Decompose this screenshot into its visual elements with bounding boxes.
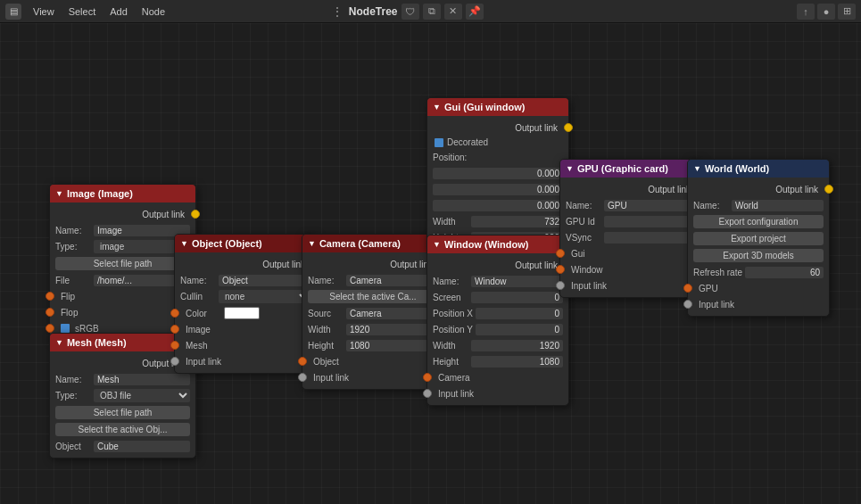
- camera-active-btn-row: Select the active Ca...: [302, 288, 443, 305]
- world-gpu-socket[interactable]: [683, 284, 692, 293]
- window-input-socket[interactable]: [423, 389, 432, 398]
- gpu-gui-row: Gui: [560, 245, 701, 261]
- window-camera-socket[interactable]: [423, 373, 432, 382]
- copy-icon[interactable]: ⧉: [423, 4, 441, 20]
- gui-posy-row: 0.000: [427, 181, 568, 197]
- render-icon[interactable]: ●: [817, 4, 835, 20]
- window-posx-row: Position X 0: [427, 305, 568, 321]
- node-world-header[interactable]: ▼ World (World): [688, 160, 829, 178]
- menu-add[interactable]: Add: [103, 4, 134, 19]
- image-output-row: Output link: [50, 206, 195, 222]
- camera-output-row: Output link: [302, 256, 443, 272]
- object-cullin-select[interactable]: none: [219, 290, 310, 303]
- node-window-body: Output link Name: Window Screen 0 Positi…: [427, 253, 568, 405]
- mesh-type-select[interactable]: OBJ file: [94, 389, 190, 402]
- object-color-row: Color: [175, 305, 316, 321]
- gui-output-socket[interactable]: [564, 123, 573, 132]
- close-icon[interactable]: ✕: [444, 4, 462, 20]
- world-input-socket[interactable]: [683, 300, 692, 309]
- node-tree-icon: ⋮: [329, 4, 345, 20]
- node-world-title: World (World): [705, 163, 769, 174]
- object-input-socket[interactable]: [170, 357, 179, 366]
- world-refresh-row: Refresh rate 60: [688, 264, 829, 280]
- world-gpu-row: GPU: [688, 280, 829, 296]
- mesh-obj-row: Object Cube: [50, 438, 195, 454]
- node-gpu-header[interactable]: ▼ GPU (Graphic card): [560, 160, 701, 178]
- menu-node[interactable]: Node: [136, 4, 171, 19]
- menu-view[interactable]: View: [27, 4, 61, 19]
- node-camera-header[interactable]: ▼ Camera (Camera): [302, 235, 443, 252]
- topbar-right: ↑ ● ⊞: [797, 4, 856, 20]
- node-mesh-title: Mesh (Mesh): [67, 337, 127, 348]
- image-srgb-socket[interactable]: [46, 324, 54, 333]
- camera-width-row: Width 1920: [302, 321, 443, 337]
- image-flip-socket[interactable]: [46, 292, 54, 301]
- gui-posz-row: 0.000: [427, 197, 568, 213]
- object-image-row: Image: [175, 321, 316, 337]
- back-icon[interactable]: ↑: [797, 4, 815, 20]
- window-width-row: Width 1920: [427, 337, 568, 353]
- mesh-file-btn-row: Select file path: [50, 404, 195, 421]
- world-input-row: Input link: [688, 296, 829, 312]
- gpu-input-row: Input link: [560, 277, 701, 293]
- node-object: ▼ Object (Object) Output link Name: Obje…: [174, 234, 317, 374]
- camera-object-socket[interactable]: [298, 357, 307, 366]
- gpu-output-row: Output link: [560, 181, 701, 197]
- object-image-socket[interactable]: [170, 325, 179, 334]
- mesh-select-file-btn[interactable]: Select file path: [55, 406, 190, 419]
- camera-input-socket[interactable]: [298, 373, 307, 382]
- object-color-socket[interactable]: [170, 309, 179, 318]
- world-export-3d-btn[interactable]: Export 3D models: [693, 249, 824, 262]
- node-canvas[interactable]: ▼ Image (Image) Output link Name: Image …: [0, 23, 861, 504]
- node-gpu-body: Output link Name: GPU GPU Id 0 VSync 1 G…: [560, 178, 701, 297]
- window-height-row: Height 1080: [427, 353, 568, 369]
- editor-type-icon[interactable]: ▤: [5, 4, 21, 20]
- menu-select[interactable]: Select: [62, 4, 103, 19]
- world-export-project-row: Export project: [688, 230, 829, 247]
- object-mesh-socket[interactable]: [170, 341, 179, 350]
- image-select-file-btn[interactable]: Select file path: [55, 257, 190, 270]
- node-image-title: Image (Image): [67, 188, 133, 199]
- window-posy-row: Position Y 0: [427, 321, 568, 337]
- node-camera-body: Output link Name: Camera Select the acti…: [302, 252, 443, 389]
- gui-decorated-checkbox[interactable]: [435, 138, 443, 147]
- gpu-window-socket[interactable]: [556, 265, 565, 274]
- editor-title: NodeTree: [349, 5, 398, 18]
- world-output-socket[interactable]: [824, 185, 833, 194]
- image-output-socket[interactable]: [191, 210, 200, 219]
- world-export-project-btn[interactable]: Export project: [693, 232, 824, 245]
- mesh-select-obj-btn[interactable]: Select the active Obj...: [55, 423, 190, 436]
- topbar: ▤ View Select Add Node ⋮ NodeTree 🛡 ⧉ ✕ …: [0, 0, 861, 23]
- world-name-row: Name: World: [688, 197, 829, 213]
- view-icon[interactable]: ⊞: [838, 4, 856, 20]
- shield-icon: 🛡: [402, 4, 419, 20]
- gpu-window-row: Window: [560, 261, 701, 277]
- object-color-swatch[interactable]: [224, 307, 260, 319]
- image-srgb-checkbox[interactable]: [61, 324, 70, 333]
- gpu-input-socket[interactable]: [556, 281, 565, 290]
- image-flop-label: Flop: [61, 308, 78, 318]
- world-export-config-btn[interactable]: Export configuration: [693, 215, 824, 228]
- node-image-header[interactable]: ▼ Image (Image): [50, 185, 195, 202]
- gui-output-row: Output link: [427, 120, 568, 136]
- window-name-row: Name: Window: [427, 273, 568, 289]
- gpu-name-row: Name: GPU: [560, 197, 701, 213]
- node-gui: ▼ Gui (Gui window) Output link Decorated…: [426, 97, 569, 250]
- node-gpu-title: GPU (Graphic card): [577, 163, 668, 174]
- node-window: ▼ Window (Window) Output link Name: Wind…: [426, 235, 569, 406]
- world-output-row: Output link: [688, 181, 829, 197]
- node-window-title: Window (Window): [444, 239, 529, 250]
- mesh-type-row: Type: OBJ file: [50, 387, 195, 404]
- node-window-header[interactable]: ▼ Window (Window): [427, 235, 568, 253]
- image-flop-socket[interactable]: [46, 308, 54, 317]
- topbar-center: ⋮ NodeTree 🛡 ⧉ ✕ 📌: [329, 4, 484, 20]
- gui-decorated-row: Decorated: [427, 136, 568, 149]
- node-gui-header[interactable]: ▼ Gui (Gui window): [427, 98, 568, 116]
- node-object-header[interactable]: ▼ Object (Object): [175, 235, 316, 252]
- gui-width-row: Width 732: [427, 213, 568, 229]
- camera-active-btn[interactable]: Select the active Ca...: [308, 290, 438, 303]
- image-flip-label: Flip: [61, 292, 75, 302]
- gpu-gui-socket[interactable]: [556, 249, 565, 258]
- camera-name-row: Name: Camera: [302, 272, 443, 288]
- pin-icon[interactable]: 📌: [466, 4, 484, 20]
